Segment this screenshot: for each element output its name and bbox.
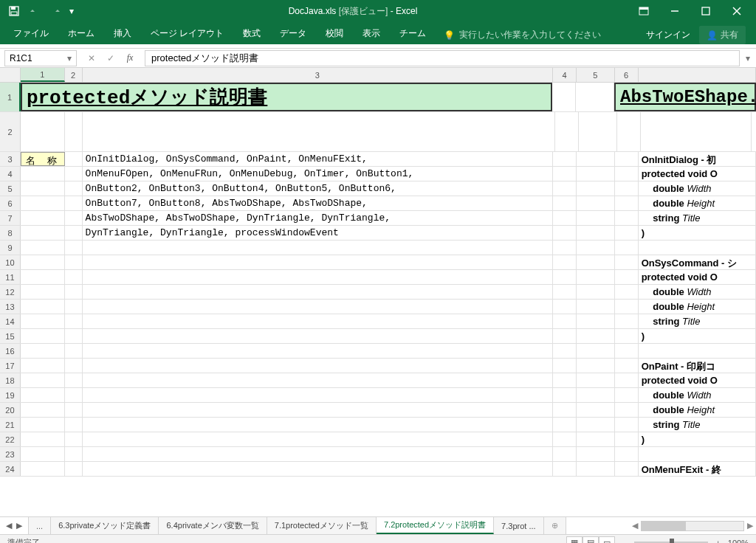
- cell[interactable]: [21, 241, 65, 255]
- cell[interactable]: [615, 226, 639, 240]
- share-button[interactable]: 👤 共有: [699, 26, 746, 44]
- cell[interactable]: [553, 241, 577, 255]
- cell[interactable]: [577, 314, 615, 328]
- cell[interactable]: [83, 344, 553, 358]
- cell[interactable]: [577, 152, 615, 166]
- row-header[interactable]: 20: [0, 403, 21, 417]
- cell[interactable]: [553, 270, 577, 284]
- cell[interactable]: OnButton2, OnButton3, OnButton4, OnButto…: [83, 181, 553, 196]
- cell[interactable]: [65, 359, 83, 373]
- tab-view[interactable]: 表示: [354, 23, 389, 44]
- row-header[interactable]: 18: [0, 373, 21, 387]
- cell[interactable]: [83, 359, 553, 373]
- cell[interactable]: double Width: [639, 388, 756, 402]
- tab-formulas[interactable]: 数式: [234, 23, 269, 44]
- confirm-formula-icon[interactable]: ✓: [102, 50, 120, 66]
- cell[interactable]: [615, 329, 639, 343]
- cell[interactable]: [615, 403, 639, 417]
- cell[interactable]: [21, 300, 65, 314]
- cell[interactable]: [83, 255, 553, 269]
- cell[interactable]: [553, 418, 577, 432]
- col-header[interactable]: 4: [553, 68, 577, 82]
- cell[interactable]: [553, 226, 577, 240]
- cell[interactable]: [21, 447, 65, 461]
- tell-me-search[interactable]: 💡 実行したい作業を入力してください: [436, 26, 608, 44]
- cell[interactable]: [65, 314, 83, 328]
- tab-team[interactable]: チーム: [391, 23, 435, 44]
- cell[interactable]: [577, 300, 615, 314]
- view-pagelayout-icon[interactable]: ▤: [583, 536, 599, 544]
- cell[interactable]: [553, 196, 577, 210]
- cell[interactable]: [65, 300, 83, 314]
- cell[interactable]: [65, 152, 83, 166]
- row-header[interactable]: 8: [0, 226, 21, 240]
- cell[interactable]: string Title: [639, 314, 756, 328]
- cell[interactable]: [21, 359, 65, 373]
- cell[interactable]: [615, 373, 639, 387]
- cell[interactable]: [553, 300, 577, 314]
- spreadsheet-grid[interactable]: 1 2 3 4 5 6 1protectedメソッド説明書AbsTwoEShap…: [0, 68, 756, 516]
- cell[interactable]: DynTriangle, DynTriangle, processWindowE…: [83, 226, 553, 240]
- sheet-tab[interactable]: 6.4privateメンバ変数一覧: [159, 517, 267, 534]
- cell[interactable]: [615, 241, 639, 255]
- cell[interactable]: [83, 447, 553, 461]
- cell[interactable]: [65, 211, 83, 225]
- zoom-level[interactable]: 100%: [728, 539, 749, 544]
- cell[interactable]: AbsTwoDShape, AbsTwoDShape, DynTriangle,…: [83, 211, 553, 225]
- cell[interactable]: [21, 112, 65, 151]
- cell[interactable]: [577, 447, 615, 461]
- expand-formula-icon[interactable]: ▾: [746, 53, 750, 63]
- cell[interactable]: double Height: [639, 300, 756, 314]
- cell[interactable]: ): [639, 432, 756, 446]
- zoom-out-icon[interactable]: −: [622, 539, 627, 544]
- cell[interactable]: [615, 181, 639, 196]
- row-header[interactable]: 16: [0, 344, 21, 358]
- cell[interactable]: [639, 447, 756, 461]
- cell[interactable]: [21, 211, 65, 225]
- row-header[interactable]: 17: [0, 359, 21, 373]
- tab-file[interactable]: ファイル: [4, 23, 58, 44]
- select-all-corner[interactable]: [0, 68, 21, 82]
- cell[interactable]: [83, 314, 553, 328]
- cell[interactable]: [639, 344, 756, 358]
- cell[interactable]: [83, 241, 553, 255]
- cell[interactable]: [65, 196, 83, 210]
- row-header[interactable]: 13: [0, 300, 21, 314]
- cell[interactable]: [553, 403, 577, 417]
- cell[interactable]: double Height: [639, 403, 756, 417]
- col-header[interactable]: 1: [21, 68, 65, 82]
- row-header[interactable]: 21: [0, 418, 21, 432]
- right-title-cell[interactable]: AbsTwoEShape.j: [614, 83, 756, 111]
- maximize-icon[interactable]: [691, 1, 721, 21]
- cell[interactable]: [553, 359, 577, 373]
- cell[interactable]: OnInitDialog - 初: [639, 152, 756, 166]
- cell[interactable]: double Width: [639, 181, 756, 196]
- sheet-tab[interactable]: 7.1protectedメソッド一覧: [267, 517, 377, 534]
- row-header[interactable]: 23: [0, 447, 21, 461]
- cell[interactable]: OnButton7, OnButton8, AbsTwoDShape, AbsT…: [83, 196, 553, 210]
- cell[interactable]: 名 称: [21, 152, 65, 166]
- cell[interactable]: [21, 255, 65, 269]
- zoom-in-icon[interactable]: +: [715, 539, 720, 544]
- cell[interactable]: [83, 112, 555, 151]
- cell[interactable]: [21, 388, 65, 402]
- cell[interactable]: [21, 329, 65, 343]
- row-header[interactable]: 1: [0, 83, 21, 111]
- cell[interactable]: [615, 196, 639, 210]
- undo-icon[interactable]: [25, 2, 44, 20]
- cell[interactable]: [21, 285, 65, 299]
- cell[interactable]: [83, 432, 553, 446]
- cell[interactable]: [641, 112, 752, 151]
- cell[interactable]: [553, 373, 577, 387]
- cell[interactable]: OnMenuFExit - 終: [639, 462, 756, 476]
- cell[interactable]: [577, 181, 615, 196]
- cell[interactable]: [577, 270, 615, 284]
- cell[interactable]: [65, 255, 83, 269]
- cell[interactable]: OnSysCommand - シ: [639, 255, 756, 269]
- cell[interactable]: [577, 255, 615, 269]
- cell[interactable]: [576, 83, 614, 111]
- cancel-formula-icon[interactable]: ✕: [83, 50, 100, 66]
- cell[interactable]: [65, 167, 83, 181]
- cell[interactable]: [577, 285, 615, 299]
- cell[interactable]: [615, 432, 639, 446]
